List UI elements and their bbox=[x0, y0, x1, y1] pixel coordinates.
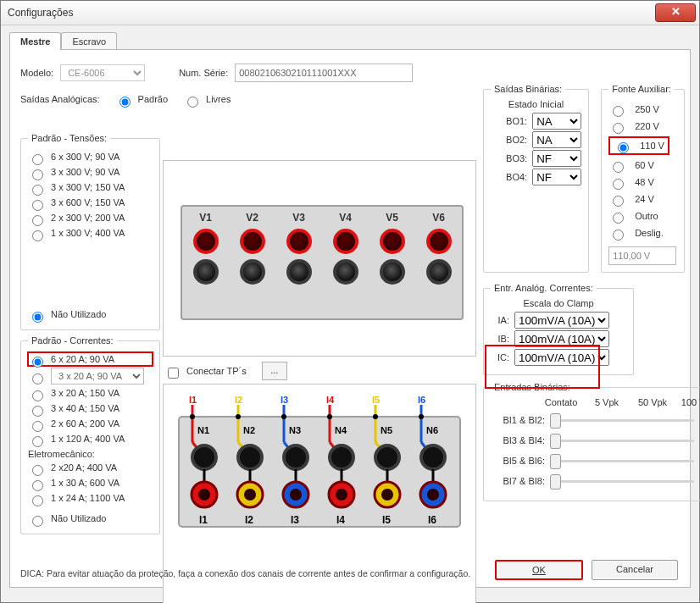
radio-tensoes-4[interactable]: 2 x 300 V; 200 VA bbox=[28, 211, 153, 224]
svg-point-53 bbox=[336, 489, 347, 501]
radio-em-0-input[interactable] bbox=[32, 465, 43, 476]
close-button[interactable]: ✕ bbox=[655, 3, 696, 22]
legend-entr: Entr. Analóg. Correntes: bbox=[491, 283, 597, 293]
radio-correntes-1-input[interactable] bbox=[32, 373, 43, 384]
radio-correntes-nao-input[interactable] bbox=[32, 516, 43, 527]
radio-padrao[interactable] bbox=[119, 97, 131, 108]
radio-tensoes-0[interactable]: 6 x 300 V; 90 VA bbox=[28, 150, 153, 163]
group-entradas-binarias: Entradas Binárias: Contato5 Vpk50 Vpk100… bbox=[483, 382, 700, 501]
bin-slider-0[interactable] bbox=[550, 412, 694, 428]
entr-select-0[interactable]: 100mV/A (10A) bbox=[514, 312, 609, 329]
radio-correntes-3-input[interactable] bbox=[32, 406, 43, 417]
fonte-radio-5[interactable] bbox=[613, 196, 624, 207]
svg-text:I1: I1 bbox=[189, 395, 197, 405]
fonte-opt-3[interactable]: 60 V bbox=[608, 158, 677, 172]
radio-livres-wrapper[interactable]: Livres bbox=[183, 92, 231, 106]
radio-correntes-5[interactable]: 1 x 120 A; 400 VA bbox=[28, 432, 153, 445]
svg-text:N4: N4 bbox=[335, 425, 347, 435]
v-term-blk-1 bbox=[240, 259, 265, 285]
bo-row-1: BO2:NA bbox=[491, 131, 581, 148]
checkbox-conectar-tp[interactable] bbox=[168, 368, 179, 379]
radio-em-1-input[interactable] bbox=[32, 480, 43, 491]
radio-tensoes-nao-input[interactable] bbox=[32, 312, 43, 323]
bin-slider-1[interactable] bbox=[550, 433, 694, 448]
radio-padrao-wrapper[interactable]: Padrão bbox=[115, 92, 168, 106]
radio-em-2[interactable]: 1 x 24 A; 1100 VA bbox=[28, 491, 153, 505]
fonte-radio-3[interactable] bbox=[613, 162, 624, 173]
bo-select-0[interactable]: NA bbox=[532, 113, 581, 130]
radio-tensoes-1-input[interactable] bbox=[32, 169, 43, 180]
fonte-radio-0[interactable] bbox=[613, 106, 624, 117]
bo-select-3[interactable]: NF bbox=[532, 169, 581, 185]
button-tp-more[interactable]: ... bbox=[262, 362, 287, 380]
radio-correntes-3[interactable]: 3 x 40 A; 150 VA bbox=[28, 401, 153, 415]
radio-tensoes-3-input[interactable] bbox=[32, 200, 43, 211]
svg-text:I6: I6 bbox=[418, 395, 425, 405]
radio-tensoes-nao[interactable]: Não Utilizado bbox=[28, 307, 153, 321]
radio-correntes-2[interactable]: 3 x 20 A; 150 VA bbox=[28, 386, 153, 400]
radio-tensoes-2[interactable]: 3 x 300 V; 150 VA bbox=[28, 180, 153, 194]
v-label-3: V4 bbox=[339, 212, 352, 224]
radio-correntes-4-input[interactable] bbox=[32, 421, 43, 432]
radio-correntes-0-input[interactable] bbox=[32, 357, 43, 368]
select-modelo[interactable]: CE-6006 bbox=[60, 64, 145, 81]
radio-livres[interactable] bbox=[187, 97, 198, 108]
radio-tensoes-0-input[interactable] bbox=[32, 154, 43, 165]
radio-correntes-5-input[interactable] bbox=[32, 436, 43, 447]
select-correntes-1[interactable]: 3 x 20 A; 90 VA bbox=[51, 368, 144, 384]
bin-row-label-2: BI5 & BI6: bbox=[491, 456, 545, 466]
v-term-red-2 bbox=[286, 229, 312, 254]
fonte-opt-7[interactable]: Deslig. bbox=[608, 226, 677, 240]
fonte-radio-6[interactable] bbox=[613, 213, 624, 224]
middle-column: V1V2V3V4V5V6 Conectar TP´s ... bbox=[163, 160, 476, 603]
radio-tensoes-5[interactable]: 1 x 300 V; 400 VA bbox=[28, 226, 153, 240]
tab-mestre[interactable]: Mestre bbox=[9, 32, 61, 50]
fonte-radio-7[interactable] bbox=[613, 230, 624, 241]
radio-tensoes-3[interactable]: 3 x 600 V; 150 VA bbox=[28, 196, 153, 209]
fonte-opt-4[interactable]: 48 V bbox=[608, 175, 677, 189]
v-term-red-4 bbox=[380, 229, 405, 254]
bin-slider-3[interactable] bbox=[550, 473, 694, 489]
input-num-serie[interactable] bbox=[235, 64, 413, 82]
bin-slider-2[interactable] bbox=[550, 453, 694, 468]
svg-point-41 bbox=[421, 445, 445, 469]
fonte-opt-2[interactable]: 110 V bbox=[608, 136, 677, 155]
fonte-opt-0[interactable]: 250 V bbox=[608, 102, 677, 116]
tab-escravo[interactable]: Escravo bbox=[61, 32, 117, 50]
bo-select-2[interactable]: NF bbox=[532, 150, 581, 167]
fonte-opt-5[interactable]: 24 V bbox=[608, 192, 677, 206]
radio-correntes-0[interactable]: 6 x 20 A; 90 VA bbox=[28, 352, 153, 366]
cancel-button[interactable]: Cancelar bbox=[592, 560, 678, 580]
input-fonte-value[interactable] bbox=[608, 246, 676, 265]
ok-button[interactable]: OK bbox=[495, 560, 583, 580]
radio-tensoes-1[interactable]: 3 x 300 V; 90 VA bbox=[28, 165, 153, 179]
legend-fonte: Fonte Auxiliar: bbox=[608, 84, 675, 94]
radio-tensoes-4-input[interactable] bbox=[32, 215, 43, 226]
radio-em-1[interactable]: 1 x 30 A; 600 VA bbox=[28, 476, 153, 490]
radio-em-2-input[interactable] bbox=[32, 495, 43, 506]
radio-correntes-2-input[interactable] bbox=[32, 390, 43, 401]
radio-em-0[interactable]: 2 x20 A; 400 VA bbox=[28, 461, 153, 474]
label-entr-sub: Escala do Clamp bbox=[491, 298, 626, 308]
fonte-opt-1[interactable]: 220 V bbox=[608, 119, 677, 133]
fonte-radio-4[interactable] bbox=[613, 179, 624, 190]
bo-select-1[interactable]: NA bbox=[532, 131, 581, 148]
fonte-radio-2[interactable] bbox=[618, 142, 629, 153]
label-saidas-analogicas: Saídas Analógicas: bbox=[20, 94, 100, 104]
radio-correntes-1[interactable]: 3 x 20 A; 90 VA bbox=[28, 368, 153, 384]
svg-point-32 bbox=[284, 445, 308, 469]
v-label-0: V1 bbox=[199, 212, 212, 224]
radio-correntes-nao[interactable]: Não Utilizado bbox=[28, 512, 153, 525]
radio-correntes-4[interactable]: 2 x 60 A; 200 VA bbox=[28, 417, 153, 430]
svg-text:I5: I5 bbox=[382, 514, 391, 526]
titlebar: Configurações ✕ bbox=[1, 1, 699, 25]
highlight-bi1-bi2 bbox=[485, 345, 600, 389]
radio-tensoes-5-input[interactable] bbox=[32, 230, 43, 241]
v-term-blk-2 bbox=[286, 259, 312, 285]
fonte-radio-1[interactable] bbox=[613, 123, 624, 134]
radio-tensoes-2-input[interactable] bbox=[32, 185, 43, 196]
fonte-opt-6[interactable]: Outro bbox=[608, 209, 677, 223]
left-column: Padrão - Tensões: 6 x 300 V; 90 VA3 x 30… bbox=[20, 128, 160, 539]
bin-col-0: Contato bbox=[542, 397, 581, 407]
voltage-panel: V1V2V3V4V5V6 bbox=[181, 205, 464, 320]
